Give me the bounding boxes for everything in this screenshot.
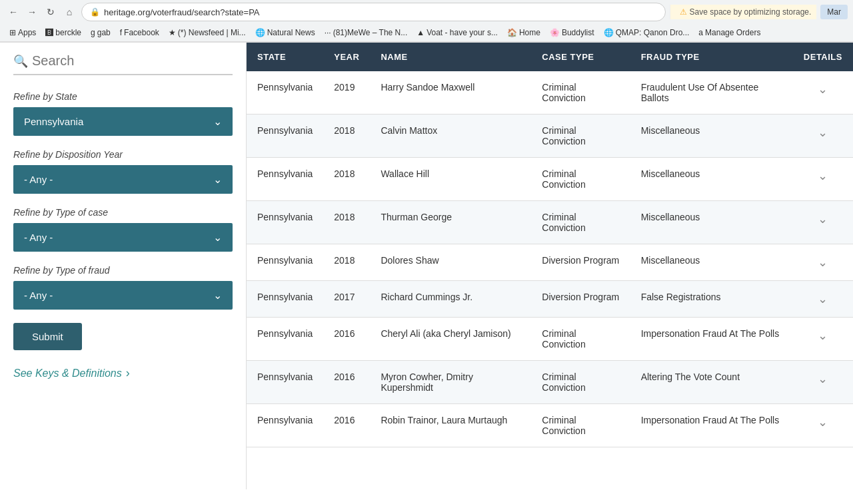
col-header-name: NAME xyxy=(370,43,531,71)
forward-button[interactable]: → xyxy=(24,4,40,20)
cell-case-type: Criminal Conviction xyxy=(531,318,630,361)
bookmark-label-buddylist: Buddylist xyxy=(562,28,594,37)
url-text: heritage.org/voterfraud/search?state=PA xyxy=(104,7,260,17)
cell-fraud-type: Miscellaneous xyxy=(630,158,793,201)
bookmark-mewe[interactable]: ···(81)MeWe – The N... xyxy=(321,27,412,39)
bookmark-voat[interactable]: ▲Voat - have your s... xyxy=(413,27,502,39)
details-chevron-icon: ⌄ xyxy=(818,83,828,96)
bookmark-qmap[interactable]: 🌐QMAP: Qanon Dro... xyxy=(600,27,694,39)
details-chevron-icon: ⌄ xyxy=(818,372,828,385)
filter-year-section: Refine by Disposition Year - Any - ⌄ xyxy=(13,149,233,194)
search-input[interactable] xyxy=(32,53,233,69)
back-button[interactable]: ← xyxy=(5,4,21,20)
filter-fraud-section: Refine by Type of fraud - Any - ⌄ xyxy=(13,265,233,310)
keys-definitions-link[interactable]: See Keys & Definitions › xyxy=(13,366,233,380)
cell-details[interactable]: ⌄ xyxy=(793,361,853,404)
cell-name: Robin Trainor, Laura Murtaugh xyxy=(370,404,531,447)
cell-case-type: Diversion Program xyxy=(531,281,630,318)
cell-fraud-type: Miscellaneous xyxy=(630,201,793,244)
home-button[interactable]: ⌂ xyxy=(61,4,77,20)
cell-details[interactable]: ⌄ xyxy=(793,244,853,281)
cell-name: Wallace Hill xyxy=(370,158,531,201)
cell-fraud-type: False Registrations xyxy=(630,281,793,318)
table-row: Pennsylvania2018Dolores ShawDiversion Pr… xyxy=(247,244,853,281)
bookmark-facebook[interactable]: fFacebook xyxy=(116,27,163,39)
bookmark-gab[interactable]: ggab xyxy=(87,27,115,39)
cell-details[interactable]: ⌄ xyxy=(793,281,853,318)
filter-state-section: Refine by State Pennsylvania ⌄ xyxy=(13,91,233,136)
year-chevron-icon: ⌄ xyxy=(213,173,222,186)
cell-details[interactable]: ⌄ xyxy=(793,158,853,201)
cell-year: 2016 xyxy=(323,404,370,447)
cell-year: 2018 xyxy=(323,115,370,158)
lock-icon: 🔒 xyxy=(90,7,100,17)
col-header-case-type: CASE TYPE xyxy=(531,43,630,71)
fraud-select[interactable]: - Any - ⌄ xyxy=(13,281,233,310)
cell-fraud-type: Miscellaneous xyxy=(630,244,793,281)
cell-name: Myron Cowher, Dmitry Kupershmidt xyxy=(370,361,531,404)
state-select[interactable]: Pennsylvania ⌄ xyxy=(13,107,233,136)
details-chevron-icon: ⌄ xyxy=(818,329,828,342)
bookmark-home[interactable]: 🏠Home xyxy=(503,27,544,39)
bookmark-icon-mewe: ··· xyxy=(325,28,331,37)
cell-details[interactable]: ⌄ xyxy=(793,318,853,361)
bookmark-icon-manage-orders: a xyxy=(698,28,703,37)
cell-year: 2016 xyxy=(323,318,370,361)
cell-fraud-type: Impersonation Fraud At The Polls xyxy=(630,404,793,447)
page-layout: 🔍 Refine by State Pennsylvania ⌄ Refine … xyxy=(0,43,853,489)
col-header-year: YEAR xyxy=(323,43,370,71)
details-chevron-icon: ⌄ xyxy=(818,212,828,226)
table-header: STATEYEARNAMECASE TYPEFRAUD TYPEDETAILS xyxy=(247,43,853,71)
filter-state-label: Refine by State xyxy=(13,91,233,102)
cell-details[interactable]: ⌄ xyxy=(793,71,853,115)
cell-case-type: Criminal Conviction xyxy=(531,71,630,115)
table-row: Pennsylvania2018Thurman GeorgeCriminal C… xyxy=(247,201,853,244)
cell-case-type: Criminal Conviction xyxy=(531,361,630,404)
cell-state: Pennsylvania xyxy=(247,115,323,158)
bookmark-label-facebook: Facebook xyxy=(124,28,159,37)
cell-details[interactable]: ⌄ xyxy=(793,201,853,244)
bookmark-newsfeed[interactable]: ★(*) Newsfeed | Mi... xyxy=(165,27,250,39)
user-avatar[interactable]: Mar xyxy=(820,5,848,19)
table-row: Pennsylvania2019Harry Sandoe MaxwellCrim… xyxy=(247,71,853,115)
bookmark-manage-orders[interactable]: aManage Orders xyxy=(694,27,764,39)
bookmark-berckle[interactable]: 🅱berckle xyxy=(41,27,85,39)
bookmark-label-manage-orders: Manage Orders xyxy=(705,28,760,37)
bookmark-apps[interactable]: ⊞Apps xyxy=(5,27,40,39)
filter-case-section: Refine by Type of case - Any - ⌄ xyxy=(13,207,233,252)
bookmark-natural-news[interactable]: 🌐Natural News xyxy=(251,27,319,39)
submit-button[interactable]: Submit xyxy=(13,323,82,350)
bookmarks-bar: ⊞Apps🅱berckleggabfFacebook★(*) Newsfeed … xyxy=(0,24,853,42)
cell-details[interactable]: ⌄ xyxy=(793,404,853,447)
bookmark-label-berckle: berckle xyxy=(55,28,81,37)
fraud-chevron-icon: ⌄ xyxy=(213,289,222,302)
year-select[interactable]: - Any - ⌄ xyxy=(13,165,233,194)
cell-name: Calvin Mattox xyxy=(370,115,531,158)
details-chevron-icon: ⌄ xyxy=(818,169,828,182)
bookmark-label-voat: Voat - have your s... xyxy=(426,28,498,37)
bookmark-icon-gab: g xyxy=(91,28,95,37)
bookmark-label-natural-news: Natural News xyxy=(267,28,315,37)
cell-fraud-type: Impersonation Fraud At The Polls xyxy=(630,318,793,361)
cell-details[interactable]: ⌄ xyxy=(793,115,853,158)
cell-name: Harry Sandoe Maxwell xyxy=(370,71,531,115)
year-value: - Any - xyxy=(24,174,53,185)
table-row: Pennsylvania2016Robin Trainor, Laura Mur… xyxy=(247,404,853,447)
col-header-state: STATE xyxy=(247,43,323,71)
search-container: 🔍 xyxy=(13,53,233,75)
cell-state: Pennsylvania xyxy=(247,158,323,201)
cell-case-type: Criminal Conviction xyxy=(531,158,630,201)
keys-arrow-icon: › xyxy=(126,366,130,380)
table-row: Pennsylvania2018Calvin MattoxCriminal Co… xyxy=(247,115,853,158)
refresh-button[interactable]: ↻ xyxy=(43,4,59,20)
address-bar[interactable]: 🔒 heritage.org/voterfraud/search?state=P… xyxy=(81,3,666,21)
bookmark-label-newsfeed: (*) Newsfeed | Mi... xyxy=(178,28,246,37)
filter-case-label: Refine by Type of case xyxy=(13,207,233,218)
details-chevron-icon: ⌄ xyxy=(818,126,828,139)
cell-year: 2017 xyxy=(323,281,370,318)
cell-name: Dolores Shaw xyxy=(370,244,531,281)
warning-icon: ⚠ xyxy=(680,7,687,17)
cell-year: 2018 xyxy=(323,244,370,281)
bookmark-buddylist[interactable]: 🌸Buddylist xyxy=(546,27,598,39)
case-select[interactable]: - Any - ⌄ xyxy=(13,223,233,252)
